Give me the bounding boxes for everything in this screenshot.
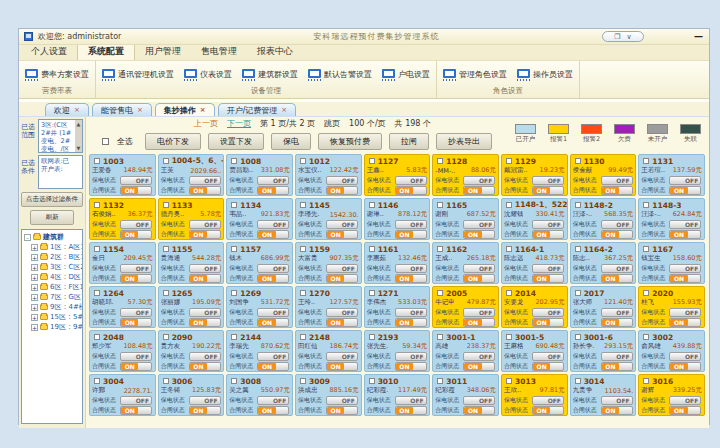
- close-icon[interactable]: ×: [137, 107, 143, 114]
- power-protect-toggle[interactable]: OFF: [601, 352, 633, 361]
- tree-node[interactable]: + 4区：D区1#井（D区1: [24, 272, 82, 282]
- meter-card[interactable]: 2014 安要龙 202.95元 保电状态 OFF 合闸状态 ON: [501, 286, 568, 328]
- meter-card[interactable]: 3009 洪成忠 885.16元 保电状态 OFF 合闸状态 ON: [295, 374, 362, 416]
- switch-state-toggle[interactable]: ON: [463, 274, 495, 283]
- power-protect-toggle[interactable]: OFF: [326, 176, 358, 185]
- select-checkbox[interactable]: [369, 158, 375, 164]
- tree-root[interactable]: - 建筑群: [24, 232, 82, 242]
- meter-card[interactable]: 1157 钱木 686.99元 保电状态 OFF 合闸状态 ON: [226, 242, 293, 284]
- meter-card[interactable]: 1133 德丹奥.. 5.78元 保电状态 OFF 合闸状态 ON: [158, 198, 225, 240]
- switch-state-toggle[interactable]: ON: [120, 362, 152, 371]
- meter-card[interactable]: 3013 王欣.. 97.81元 保电状态 OFF 合闸状态 ON: [501, 374, 568, 416]
- select-checkbox[interactable]: [163, 158, 169, 164]
- meter-card[interactable]: 1129 戴冠雷.. 19.23元 保电状态 OFF 合闸状态 ON: [501, 154, 568, 196]
- power-protect-toggle[interactable]: OFF: [463, 396, 495, 405]
- switch-state-toggle[interactable]: ON: [601, 362, 633, 371]
- switch-state-toggle[interactable]: ON: [257, 362, 289, 371]
- select-checkbox[interactable]: [369, 334, 375, 340]
- power-protect-toggle[interactable]: OFF: [532, 176, 564, 185]
- tree-node[interactable]: + 1区：A区1#井: [24, 242, 82, 252]
- power-protect-toggle[interactable]: OFF: [120, 308, 152, 317]
- meter-card[interactable]: 1146 谢琳.. 878.12元 保电状态 OFF 合闸状态 ON: [364, 198, 431, 240]
- power-protect-toggle[interactable]: OFF: [601, 264, 633, 273]
- ribbon-button[interactable]: 默认告警设置: [308, 69, 372, 81]
- select-checkbox[interactable]: [163, 202, 169, 208]
- select-checkbox[interactable]: [643, 334, 649, 340]
- power-protect-toggle[interactable]: OFF: [326, 352, 358, 361]
- switch-state-toggle[interactable]: ON: [532, 362, 564, 371]
- switch-state-toggle[interactable]: ON: [326, 362, 358, 371]
- meter-card[interactable]: 3008 吴之翼 550.97元 保电状态 OFF 合闸状态 ON: [226, 374, 293, 416]
- switch-state-toggle[interactable]: ON: [257, 274, 289, 283]
- switch-state-toggle[interactable]: ON: [257, 230, 289, 239]
- select-checkbox[interactable]: [575, 202, 581, 208]
- power-protect-toggle[interactable]: OFF: [189, 308, 221, 317]
- next-page-link[interactable]: 下一页: [227, 118, 251, 129]
- select-checkbox[interactable]: [231, 290, 237, 296]
- select-checkbox[interactable]: [575, 158, 581, 164]
- power-protect-toggle[interactable]: OFF: [257, 220, 289, 229]
- switch-state-toggle[interactable]: ON: [463, 230, 495, 239]
- tree-node[interactable]: + 9区：4#楼电井（4#楼: [24, 302, 82, 312]
- select-checkbox[interactable]: [643, 158, 649, 164]
- power-protect-toggle[interactable]: OFF: [257, 264, 289, 273]
- switch-state-toggle[interactable]: ON: [601, 406, 633, 415]
- meter-card[interactable]: 1154 金日 209.45元 保电状态 OFF 合闸状态 ON: [89, 242, 156, 284]
- tree-node[interactable]: + 19区：9#变电站（2#变: [24, 322, 82, 332]
- meter-card[interactable]: 3002 俞风雄 439.88元 保电状态 OFF 合闸状态 ON: [638, 330, 705, 372]
- meter-card[interactable]: 1008 贾昌勤.. 331.08元 保电状态 OFF 合闸状态 ON: [226, 154, 293, 196]
- select-checkbox[interactable]: [231, 158, 237, 164]
- select-checkbox[interactable]: [231, 246, 237, 252]
- tree-node[interactable]: + 7区：G区1#井: [24, 292, 82, 302]
- select-checkbox[interactable]: [231, 202, 237, 208]
- toolbar-button[interactable]: 恢复预付费: [318, 133, 382, 150]
- ribbon-button[interactable]: 通讯管理机设置: [102, 69, 174, 81]
- power-protect-toggle[interactable]: OFF: [463, 352, 495, 361]
- switch-state-toggle[interactable]: ON: [257, 318, 289, 327]
- expand-icon[interactable]: +: [31, 304, 38, 311]
- power-protect-toggle[interactable]: OFF: [257, 176, 289, 185]
- switch-state-toggle[interactable]: ON: [395, 318, 427, 327]
- toolbar-button[interactable]: 保电: [271, 133, 311, 150]
- power-protect-toggle[interactable]: OFF: [326, 396, 358, 405]
- power-protect-toggle[interactable]: OFF: [189, 220, 221, 229]
- switch-state-toggle[interactable]: ON: [463, 318, 495, 327]
- expand-icon[interactable]: +: [31, 324, 38, 331]
- menu-item[interactable]: 售电管理: [191, 43, 247, 60]
- power-protect-toggle[interactable]: OFF: [395, 220, 427, 229]
- select-checkbox[interactable]: [163, 334, 169, 340]
- select-checkbox[interactable]: [300, 202, 306, 208]
- ribbon-button[interactable]: 费率方案设置: [25, 69, 89, 81]
- ribbon-button[interactable]: 仪表设置: [184, 69, 232, 81]
- switch-state-toggle[interactable]: ON: [257, 406, 289, 415]
- meter-card[interactable]: 2144 李瑞先 870.62元 保电状态 OFF 合闸状态 ON: [226, 330, 293, 372]
- switch-state-toggle[interactable]: ON: [669, 406, 701, 415]
- power-protect-toggle[interactable]: OFF: [395, 352, 427, 361]
- power-protect-toggle[interactable]: OFF: [601, 308, 633, 317]
- meter-card[interactable]: 2020 桂飞 155.93元 保电状态 OFF 合闸状态 ON: [638, 286, 705, 328]
- select-checkbox[interactable]: [506, 378, 512, 384]
- close-icon[interactable]: ×: [200, 107, 206, 114]
- meter-card[interactable]: 3006 王冬铸 125.83元 保电状态 OFF 合闸状态 ON: [158, 374, 225, 416]
- switch-state-toggle[interactable]: ON: [601, 186, 633, 195]
- select-checkbox[interactable]: [575, 246, 581, 252]
- meter-card[interactable]: 1162 王成.. 265.18元 保电状态 OFF 合闸状态 ON: [432, 242, 499, 284]
- meter-card[interactable]: 1148-3 汪泽-.. 624.84元 保电状态 OFF 合闸状态 ON: [638, 198, 705, 240]
- meter-card[interactable]: 1127 王鑫.. 5.83元 保电状态 OFF 合闸状态 ON: [364, 154, 431, 196]
- tree-node[interactable]: + 3区：C区2#井（1#变: [24, 262, 82, 272]
- expand-icon[interactable]: +: [31, 254, 38, 261]
- select-checkbox[interactable]: [94, 246, 100, 252]
- select-checkbox[interactable]: [94, 158, 100, 164]
- select-checkbox[interactable]: [163, 246, 169, 252]
- switch-state-toggle[interactable]: ON: [532, 186, 564, 195]
- document-tab[interactable]: 欢迎 ×: [45, 103, 89, 116]
- power-protect-toggle[interactable]: OFF: [395, 176, 427, 185]
- switch-state-toggle[interactable]: ON: [601, 274, 633, 283]
- switch-state-toggle[interactable]: ON: [601, 230, 633, 239]
- select-checkbox[interactable]: [506, 158, 512, 164]
- power-protect-toggle[interactable]: OFF: [395, 396, 427, 405]
- select-checkbox[interactable]: [575, 290, 581, 296]
- power-protect-toggle[interactable]: OFF: [601, 396, 633, 405]
- power-protect-toggle[interactable]: OFF: [257, 308, 289, 317]
- power-protect-toggle[interactable]: OFF: [463, 264, 495, 273]
